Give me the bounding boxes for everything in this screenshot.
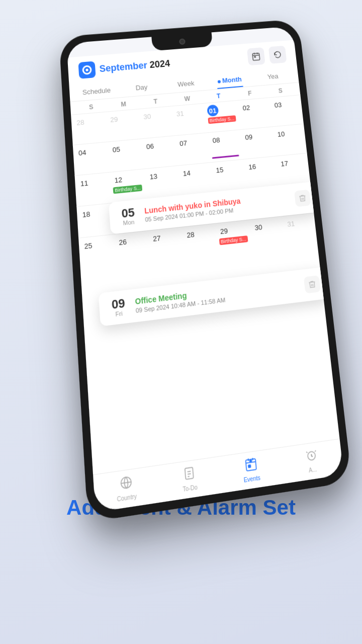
cal-cell[interactable]: 30 [138,107,173,139]
cal-cell[interactable]: 31 [282,213,317,247]
refresh-icon-btn[interactable] [268,46,287,64]
nav-alarm-label: A... [308,466,317,473]
calendar-section: S M T W T F S 28 29 30 [70,83,340,474]
nav-todo[interactable]: To-Do [157,461,221,496]
cal-cell[interactable]: 28 [181,224,217,258]
header-left: September 2024 [78,55,170,79]
birthday-pill: Birthday S... [208,115,236,124]
nav-country-label: Country [117,493,137,503]
cal-cell[interactable]: 28 [71,112,107,145]
header-title: September 2024 [99,58,170,74]
svg-rect-0 [252,53,260,60]
logo-circle [82,65,92,75]
cal-cell[interactable]: 26 [113,231,150,266]
nav-country[interactable]: Country [94,471,159,506]
cal-cell[interactable]: 29 Birthday S... [214,220,252,254]
cal-cell[interactable]: 12 Birthday S... [109,169,146,203]
cal-cell[interactable]: 13 [144,166,179,199]
cal-cell[interactable]: 17 [275,153,310,186]
svg-rect-6 [185,467,193,479]
cal-cell[interactable]: 27 [147,227,184,262]
day-header-f: F [234,89,265,98]
cal-cell[interactable]: 10 [272,124,307,156]
cal-cell[interactable]: 05 [107,139,143,172]
day-header-w: W [171,94,203,104]
purple-event-bar [212,154,239,158]
calendar-grid: 28 29 30 31 01 Birthday S... 02 03 [71,95,317,270]
calendar-icon-btn[interactable] [247,47,265,65]
cal-cell[interactable]: 25 [78,234,115,270]
header-year: 2024 [149,58,170,69]
svg-line-7 [187,471,191,472]
svg-line-1 [253,55,259,55]
nav-alarm[interactable]: A... [281,444,343,477]
cal-cell[interactable]: 03 [269,95,304,126]
day-header-t1: T [139,97,172,107]
app-content: September 2024 [66,26,343,512]
cal-cell-01[interactable]: 01 Birthday S... [203,101,240,132]
event-popup-2[interactable]: 09 Fri Office Meeting 09 Sep 2024 10:48 … [99,267,329,326]
cal-cell[interactable]: 06 [141,136,176,169]
svg-line-8 [188,474,191,474]
nav-events-label: Events [243,474,260,484]
cal-cell[interactable]: 29 [105,109,140,141]
cal-cell[interactable]: 07 [174,133,210,166]
todo-icon [182,465,196,485]
day-header-s1: S [74,102,108,112]
svg-point-4 [254,56,255,57]
header-icons [247,46,287,66]
cal-cell[interactable]: 11 [75,173,111,206]
cal-cell[interactable]: 30 [249,216,285,250]
popup1-delete-btn[interactable] [294,190,311,207]
popup2-delete-btn[interactable] [304,275,321,293]
cal-cell[interactable]: 02 [237,98,272,130]
cal-cell[interactable]: 31 [171,104,206,135]
day-header-s2: S [265,86,296,96]
logo-dot [85,68,88,71]
cal-cell[interactable]: 18 [76,203,113,237]
cal-cell[interactable]: 16 [243,156,278,189]
country-icon [119,474,133,494]
popup1-date-badge: 05 Mon [117,206,140,227]
svg-rect-14 [248,465,250,467]
events-icon [243,456,258,475]
cal-cell[interactable]: 14 [177,163,213,196]
birthday-pill-green: Birthday S... [113,185,143,194]
popup2-info: Office Meeting 09 Sep 2024 10:48 AM - 11… [135,278,300,314]
phone-screen: September 2024 [66,26,343,512]
camera-dot [179,38,186,45]
nav-todo-label: To-Do [183,484,198,493]
day-header-t2: T [203,91,234,101]
cal-cell[interactable]: 15 [210,159,246,192]
cal-cell[interactable]: 08 [207,130,242,162]
phone-frame: September 2024 [59,19,352,523]
header-month: September [99,60,147,74]
cal-cell[interactable]: 09 [239,127,275,159]
day-header-m: M [107,99,140,109]
nav-events[interactable]: Events [219,453,283,487]
cal-cell[interactable]: 04 [73,142,109,176]
phone-mockup: September 2024 [0,0,362,493]
app-logo [78,61,96,78]
alarm-icon [304,447,319,466]
popup2-date-badge: 09 Fri [107,296,131,318]
today-num: 01 [207,105,219,117]
active-tab-dot [218,80,221,84]
